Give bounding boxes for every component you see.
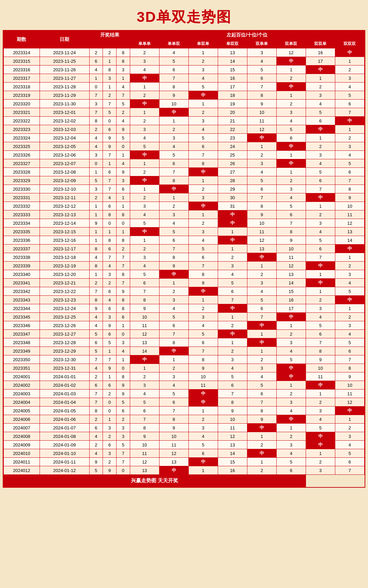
table-row: 20233452023-12-25436105317中42 (4, 313, 365, 321)
cell-id: 2023320 (4, 100, 40, 108)
cell-trend-3: 1 (218, 338, 247, 347)
cell-id: 2023334 (4, 219, 40, 227)
cell-result-0: 7 (89, 389, 103, 398)
table-row: 20233252023-12-05490546241中23 (4, 142, 365, 151)
cell-result-1: 0 (103, 117, 117, 125)
cell-trend-0: 9 (130, 432, 159, 441)
cell-trend-5: 16 (276, 296, 306, 304)
cell-trend-5: 2 (276, 330, 306, 338)
cell-trend-1: 3 (159, 372, 188, 381)
cell-trend-0: 3 (130, 125, 159, 134)
table-row: 20233142023-11-242282411331216中 (4, 48, 365, 57)
table-body: 20233142023-11-242282411331216中202331520… (4, 48, 365, 475)
cell-trend-6: 中 (306, 432, 335, 441)
cell-trend-5: 15 (276, 287, 306, 296)
cell-trend-4: 5 (247, 381, 276, 389)
cell-id: 2023323 (4, 125, 40, 134)
cell-trend-7: 3 (335, 142, 364, 151)
cell-result-2: 8 (116, 296, 130, 304)
cell-result-2: 1 (116, 202, 130, 210)
table-row: 20233382023-12-184773862中1171 (4, 253, 365, 262)
cell-result-1: 1 (103, 227, 117, 236)
cell-trend-3: 8 (218, 398, 247, 407)
cell-trend-0: 13 (130, 338, 159, 347)
cell-result-1: 3 (103, 74, 117, 83)
cell-trend-7: 3 (335, 321, 364, 330)
cell-id: 2023319 (4, 91, 40, 100)
cell-id: 2023314 (4, 48, 40, 57)
cell-trend-2: 1 (188, 210, 218, 219)
table-row: 20240042024-01-0470556中873212 (4, 398, 365, 407)
cell-trend-0: 12 (130, 458, 159, 466)
cell-result-2: 8 (116, 270, 130, 279)
cell-result-1: 2 (103, 389, 117, 398)
cell-trend-7: 6 (335, 347, 364, 355)
cell-result-1: 2 (103, 458, 117, 466)
cell-trend-3: 5 (218, 372, 247, 381)
cell-trend-2: 2 (188, 415, 218, 424)
cell-date: 2023-11-25 (40, 57, 89, 65)
cell-result-0: 8 (89, 296, 103, 304)
table-row: 20233412023-12-212276195314中4 (4, 279, 365, 287)
cell-trend-7: 4 (335, 83, 364, 91)
cell-trend-2: 中 (188, 168, 218, 176)
cell-trend-3: 2 (218, 347, 247, 355)
cell-result-1: 4 (103, 193, 117, 202)
cell-trend-5: 3 (276, 441, 306, 449)
cell-trend-1: 1 (159, 117, 188, 125)
cell-trend-1: 6 (159, 159, 188, 168)
th-t8: 双双双 (335, 40, 364, 48)
table-row: 20233202023-11-30375中101199246 (4, 100, 365, 108)
cell-trend-1: 中 (159, 185, 188, 193)
cell-trend-7: 2 (335, 134, 364, 142)
cell-result-0: 2 (89, 125, 103, 134)
cell-result-1: 6 (103, 441, 117, 449)
cell-trend-1: 5 (159, 227, 188, 236)
cell-trend-2: 1 (188, 176, 218, 185)
cell-trend-0: 4 (130, 210, 159, 219)
table-row: 20233302023-12-103761中2296378 (4, 185, 365, 193)
cell-trend-0: 1 (130, 185, 159, 193)
cell-date: 2023-12-23 (40, 296, 89, 304)
cell-trend-7: 4 (335, 330, 364, 338)
cell-trend-2: 1 (188, 466, 218, 475)
cell-result-2: 1 (116, 74, 130, 83)
cell-date: 2024-01-04 (40, 398, 89, 407)
cell-id: 2023348 (4, 338, 40, 347)
th-qishu: 期数 (4, 31, 40, 48)
cell-trend-4: 3 (247, 364, 276, 372)
cell-result-0: 2 (89, 441, 103, 449)
cell-date: 2024-01-06 (40, 415, 89, 424)
cell-trend-2: 9 (188, 364, 218, 372)
cell-date: 2024-01-01 (40, 372, 89, 381)
cell-id: 2024002 (4, 381, 40, 389)
cell-result-1: 2 (103, 279, 117, 287)
cell-trend-4: 13 (247, 245, 276, 253)
cell-trend-0: 11 (130, 321, 159, 330)
cell-trend-1: 2 (159, 202, 188, 210)
cell-trend-6: 中 (306, 193, 335, 202)
cell-trend-5: 1 (276, 381, 306, 389)
cell-result-0: 8 (89, 245, 103, 253)
cell-date: 2023-11-27 (40, 74, 89, 83)
cell-id: 2023317 (4, 74, 40, 83)
cell-trend-3: 31 (218, 202, 247, 210)
cell-result-2: 9 (116, 125, 130, 134)
cell-id: 2023321 (4, 108, 40, 117)
cell-trend-7: 1 (335, 125, 364, 134)
cell-trend-6: 3 (306, 151, 335, 159)
cell-trend-3: 17 (218, 83, 247, 91)
cell-trend-3: 25 (218, 151, 247, 159)
cell-trend-1: 2 (159, 364, 188, 372)
cell-trend-3: 18 (218, 91, 247, 100)
cell-date: 2023-12-16 (40, 236, 89, 245)
cell-trend-5: 17 (276, 304, 306, 313)
cell-trend-7: 7 (335, 176, 364, 185)
cell-result-0: 2 (89, 193, 103, 202)
cell-result-2: 4 (116, 117, 130, 125)
cell-trend-3: 21 (218, 117, 247, 125)
cell-trend-2: 3 (188, 227, 218, 236)
cell-date: 2024-01-11 (40, 458, 89, 466)
cell-date: 2023-11-29 (40, 91, 89, 100)
cell-trend-2: 1 (188, 407, 218, 415)
